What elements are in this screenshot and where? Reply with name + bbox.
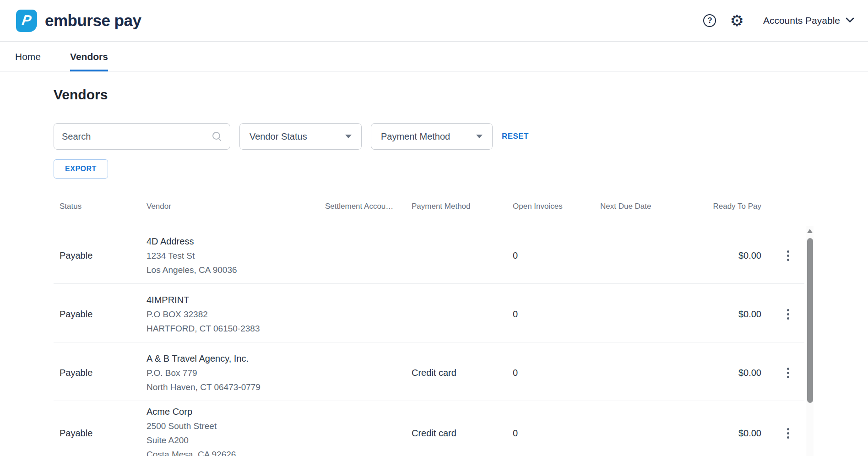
logo-p-glyph: P [21, 13, 33, 28]
vertical-scrollbar[interactable] [806, 226, 814, 456]
open-invoices-value: 0 [507, 250, 594, 261]
account-menu-label[interactable]: Accounts Payable [763, 15, 840, 26]
reset-filters-link[interactable]: RESET [502, 132, 529, 141]
vendor-cell: A & B Travel Agency, Inc. P.O. Box 779No… [141, 352, 319, 394]
vendor-address-line: Los Angeles, CA 90036 [146, 263, 319, 277]
vendor-address-line: Costa Mesa, CA 92626 [146, 447, 319, 456]
vendor-address-line: P.O. Box 779 [146, 366, 319, 380]
nav-tab-home[interactable]: Home [15, 42, 41, 71]
table-row: Payable 4IMPRINT P.O BOX 32382HARTFORD, … [54, 284, 804, 342]
vendor-address-line: HARTFORD, CT 06150-2383 [146, 321, 319, 336]
table-row: Payable A & B Travel Agency, Inc. P.O. B… [54, 342, 804, 401]
main-nav: Home Vendors [0, 42, 868, 72]
kebab-menu-icon[interactable] [784, 425, 792, 441]
ready-to-pay-value: $0.00 [682, 368, 761, 378]
table-header-row: Status Vendor Settlement Accou… Payment … [54, 179, 804, 225]
export-button[interactable]: EXPORT [54, 159, 108, 179]
vendor-status-value: Payable [54, 428, 141, 439]
column-header-vendor[interactable]: Vendor [141, 202, 319, 211]
filter-bar: Vendor Status Payment Method RESET [54, 123, 804, 150]
vendor-address-line: Suite A200 [146, 433, 319, 447]
vendor-address: P.O. Box 779North Haven, CT 06473-0779 [146, 366, 319, 394]
scrollbar-up-arrow-icon[interactable] [807, 229, 813, 233]
column-header-open-invoices[interactable]: Open Invoices [507, 202, 594, 211]
nav-tab-vendors[interactable]: Vendors [70, 42, 108, 71]
emburse-logo-icon: P [16, 10, 37, 32]
column-header-next-due-date[interactable]: Next Due Date [594, 202, 682, 211]
payment-method-value: Credit card [406, 368, 507, 378]
payment-method-dropdown[interactable]: Payment Method [371, 123, 493, 150]
caret-down-icon [476, 135, 483, 138]
chevron-down-icon[interactable] [846, 16, 854, 25]
vendor-cell: Acme Corp 2500 South StreetSuite A200Cos… [141, 405, 319, 456]
vendor-cell: 4IMPRINT P.O BOX 32382HARTFORD, CT 06150… [141, 293, 319, 336]
vendor-address-line: 2500 South Street [146, 419, 319, 433]
vendor-name: Acme Corp [146, 405, 319, 419]
brand-name: emburse pay [45, 11, 141, 30]
row-actions-cell [761, 365, 804, 381]
open-invoices-value: 0 [507, 428, 594, 439]
vendor-name: 4IMPRINT [146, 293, 319, 307]
column-header-payment-method[interactable]: Payment Method [406, 202, 507, 211]
vendor-address: 1234 Test StLos Angeles, CA 90036 [146, 249, 319, 277]
table-row: Payable Acme Corp 2500 South StreetSuite… [54, 401, 804, 456]
vendor-address: 2500 South StreetSuite A200Costa Mesa, C… [146, 419, 319, 456]
ready-to-pay-value: $0.00 [682, 250, 761, 261]
vendor-status-value: Payable [54, 250, 141, 261]
vendor-name: 4D Address [146, 234, 319, 249]
open-invoices-value: 0 [507, 368, 594, 378]
table-body: Payable 4D Address 1234 Test StLos Angel… [54, 225, 804, 456]
vendor-status-dropdown[interactable]: Vendor Status [239, 123, 362, 150]
vendor-address-line: North Haven, CT 06473-0779 [146, 380, 319, 394]
header-actions: ? ⚙ Accounts Payable [703, 13, 854, 28]
vendor-address-line: P.O BOX 32382 [146, 307, 319, 321]
vendor-address-line: 1234 Test St [146, 249, 319, 263]
open-invoices-value: 0 [507, 309, 594, 320]
page-title: Vendors [54, 87, 804, 103]
app-header: P emburse pay ? ⚙ Accounts Payable [0, 0, 868, 42]
vendor-status-value: Payable [54, 368, 141, 378]
row-actions-cell [761, 306, 804, 322]
column-header-settlement-account[interactable]: Settlement Accou… [319, 202, 406, 211]
search-input[interactable] [62, 131, 212, 142]
help-icon[interactable]: ? [703, 14, 716, 27]
vendor-status-label: Vendor Status [250, 131, 307, 142]
caret-down-icon [345, 135, 352, 138]
payment-method-value: Credit card [406, 428, 507, 439]
vendor-name: A & B Travel Agency, Inc. [146, 352, 319, 366]
row-actions-cell [761, 248, 804, 264]
column-header-status[interactable]: Status [54, 202, 141, 211]
search-box [54, 123, 230, 150]
vendor-status-value: Payable [54, 309, 141, 320]
scrollbar-thumb[interactable] [807, 238, 813, 403]
vendor-cell: 4D Address 1234 Test StLos Angeles, CA 9… [141, 234, 319, 277]
ready-to-pay-value: $0.00 [682, 428, 761, 439]
row-actions-cell [761, 425, 804, 441]
kebab-menu-icon[interactable] [784, 248, 792, 264]
kebab-menu-icon[interactable] [784, 365, 792, 381]
payment-method-label: Payment Method [381, 131, 450, 142]
table-row: Payable 4D Address 1234 Test StLos Angel… [54, 225, 804, 284]
brand-logo: P emburse pay [16, 10, 141, 32]
gear-icon[interactable]: ⚙ [730, 13, 743, 28]
vendor-address: P.O BOX 32382HARTFORD, CT 06150-2383 [146, 307, 319, 336]
ready-to-pay-value: $0.00 [682, 309, 761, 320]
search-icon [212, 131, 222, 141]
export-row: EXPORT [54, 159, 804, 179]
kebab-menu-icon[interactable] [784, 306, 792, 322]
main-content: Vendors Vendor Status Payment Method RES… [54, 87, 804, 456]
column-header-ready-to-pay[interactable]: Ready To Pay [682, 202, 761, 211]
